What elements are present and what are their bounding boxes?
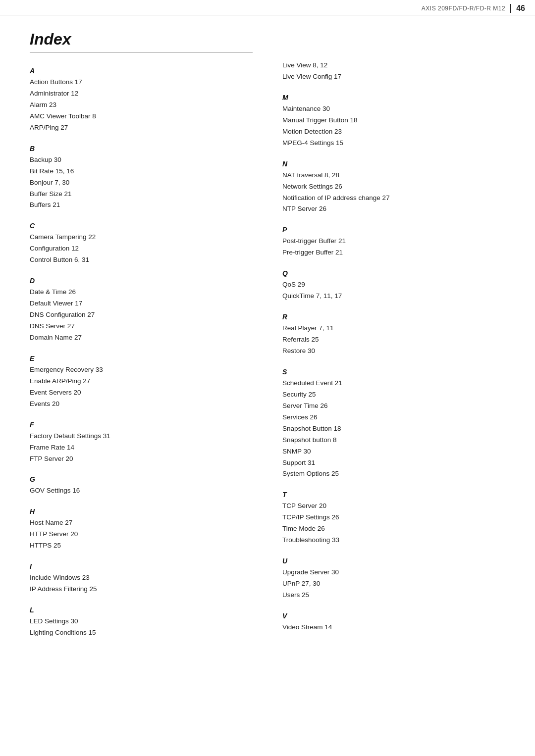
- section-items: LED Settings 30Lighting Conditions 15: [30, 616, 253, 639]
- index-entry: Include Windows 23: [30, 572, 253, 584]
- index-entry: Events 20: [30, 399, 253, 410]
- section-right-P: PPost-trigger Buffer 21Pre-trigger Buffe…: [282, 226, 505, 258]
- index-entry: Snapshot Button 18: [282, 423, 505, 435]
- index-entry: DNS Configuration 27: [30, 309, 253, 321]
- index-entry: Motion Detection 23: [282, 126, 505, 138]
- section-items: Live View 8, 12Live View Config 17: [282, 60, 505, 83]
- section-items: Include Windows 23IP Address Filtering 2…: [30, 572, 253, 595]
- index-entry: NTP Server 26: [282, 203, 505, 215]
- index-entry: Security 25: [282, 389, 505, 401]
- index-title: Index: [30, 30, 253, 49]
- index-entry: Bonjour 7, 30: [30, 177, 253, 189]
- index-entry: FTP Server 20: [30, 454, 253, 465]
- section-letter: P: [282, 226, 505, 234]
- index-entry: GOV Settings 16: [30, 485, 253, 497]
- section-letter: N: [282, 160, 505, 168]
- index-entry: Services 26: [282, 412, 505, 423]
- section-b: BBackup 30Bit Rate 15, 16Bonjour 7, 30Bu…: [30, 145, 253, 211]
- section-items: Factory Default Settings 31Frame Rate 14…: [30, 431, 253, 465]
- section-letter: V: [282, 612, 505, 620]
- section-letter: M: [282, 94, 505, 101]
- index-entry: Administrator 12: [30, 88, 253, 100]
- section-letter: S: [282, 368, 505, 376]
- left-column: Index AAction Buttons 17Administrator 12…: [30, 30, 272, 650]
- index-entry: Support 31: [282, 457, 505, 469]
- section-items: Backup 30Bit Rate 15, 16Bonjour 7, 30Buf…: [30, 154, 253, 211]
- index-entry: Configuration 12: [30, 243, 253, 254]
- index-entry: HTTP Server 20: [30, 529, 253, 540]
- section-right-R: RReal Player 7, 11Referrals 25Restore 30: [282, 313, 505, 357]
- index-entry: Emergency Recovery 33: [30, 364, 253, 376]
- index-entry: Post-trigger Buffer 21: [282, 236, 505, 247]
- index-entry: Bit Rate 15, 16: [30, 166, 253, 177]
- section-g: GGOV Settings 16: [30, 475, 253, 497]
- title-divider: [30, 52, 253, 53]
- section-items: Emergency Recovery 33Enable ARP/Ping 27E…: [30, 364, 253, 410]
- section-items: Video Stream 14: [282, 622, 505, 633]
- right-column: Live View 8, 12Live View Config 17MMaint…: [272, 30, 505, 650]
- index-entry: TCP Server 20: [282, 501, 505, 512]
- index-entry: ARP/Ping 27: [30, 122, 253, 134]
- index-entry: Event Servers 20: [30, 387, 253, 399]
- section-right-T: TTCP Server 20TCP/IP Settings 26Time Mod…: [282, 491, 505, 546]
- index-entry: HTTPS 25: [30, 540, 253, 552]
- section-i: IInclude Windows 23IP Address Filtering …: [30, 562, 253, 595]
- section-c: CCamera Tampering 22Configuration 12Cont…: [30, 222, 253, 266]
- section-right-U: UUpgrade Server 30UPnP 27, 30Users 25: [282, 557, 505, 601]
- section-items: Upgrade Server 30UPnP 27, 30Users 25: [282, 567, 505, 601]
- section-items: GOV Settings 16: [30, 485, 253, 497]
- index-entry: Time Mode 26: [282, 523, 505, 535]
- index-entry: Server Time 26: [282, 401, 505, 412]
- section-items: Action Buttons 17Administrator 12Alarm 2…: [30, 77, 253, 134]
- section-items: TCP Server 20TCP/IP Settings 26Time Mode…: [282, 501, 505, 546]
- section-right-S: SScheduled Event 21Security 25Server Tim…: [282, 368, 505, 480]
- section-a: AAction Buttons 17Administrator 12Alarm …: [30, 67, 253, 134]
- index-entry: Buffers 21: [30, 200, 253, 211]
- index-entry: Live View Config 17: [282, 71, 505, 83]
- index-entry: TCP/IP Settings 26: [282, 512, 505, 523]
- index-entry: Control Button 6, 31: [30, 254, 253, 266]
- index-entry: Referrals 25: [282, 334, 505, 346]
- section-letter: C: [30, 222, 253, 230]
- section-letter: L: [30, 606, 253, 614]
- index-entry: Real Player 7, 11: [282, 323, 505, 334]
- index-entry: LED Settings 30: [30, 616, 253, 627]
- index-entry: Default Viewer 17: [30, 298, 253, 309]
- section-items: Scheduled Event 21Security 25Server Time…: [282, 378, 505, 480]
- section-letter: Q: [282, 269, 505, 277]
- section-right-Q: QQoS 29QuickTime 7, 11, 17: [282, 269, 505, 302]
- section-d: DDate & Time 26Default Viewer 17DNS Conf…: [30, 277, 253, 344]
- right-sections: Live View 8, 12Live View Config 17MMaint…: [282, 60, 505, 633]
- index-entry: Alarm 23: [30, 100, 253, 111]
- section-letter: T: [282, 491, 505, 499]
- section-right-N: NNAT traversal 8, 28Network Settings 26N…: [282, 160, 505, 215]
- index-entry: Network Settings 26: [282, 181, 505, 193]
- index-entry: Scheduled Event 21: [282, 378, 505, 389]
- section-letter: I: [30, 562, 253, 570]
- section-items: Post-trigger Buffer 21Pre-trigger Buffer…: [282, 236, 505, 258]
- section-h: HHost Name 27HTTP Server 20HTTPS 25: [30, 507, 253, 552]
- index-entry: Camera Tampering 22: [30, 232, 253, 243]
- index-entry: Lighting Conditions 15: [30, 627, 253, 639]
- section-items: QoS 29QuickTime 7, 11, 17: [282, 279, 505, 302]
- section-letter: R: [282, 313, 505, 321]
- section-e: EEmergency Recovery 33Enable ARP/Ping 27…: [30, 354, 253, 410]
- index-entry: Enable ARP/Ping 27: [30, 376, 253, 387]
- index-entry: IP Address Filtering 25: [30, 584, 253, 595]
- section-letter: E: [30, 354, 253, 362]
- index-entry: Maintenance 30: [282, 103, 505, 115]
- section-letter: B: [30, 145, 253, 152]
- index-entry: SNMP 30: [282, 446, 505, 457]
- index-entry: NAT traversal 8, 28: [282, 170, 505, 181]
- header-title: AXIS 209FD/FD-R/FD-R M12: [422, 5, 505, 12]
- section-items: NAT traversal 8, 28Network Settings 26No…: [282, 170, 505, 215]
- index-entry: Troubleshooting 33: [282, 535, 505, 546]
- index-entry: Pre-trigger Buffer 21: [282, 247, 505, 258]
- index-entry: Backup 30: [30, 154, 253, 166]
- index-entry: Buffer Size 21: [30, 189, 253, 200]
- index-entry: Restore 30: [282, 346, 505, 357]
- index-entry: Host Name 27: [30, 517, 253, 529]
- section-items: Real Player 7, 11Referrals 25Restore 30: [282, 323, 505, 357]
- index-entry: Users 25: [282, 590, 505, 601]
- index-entry: System Options 25: [282, 468, 505, 480]
